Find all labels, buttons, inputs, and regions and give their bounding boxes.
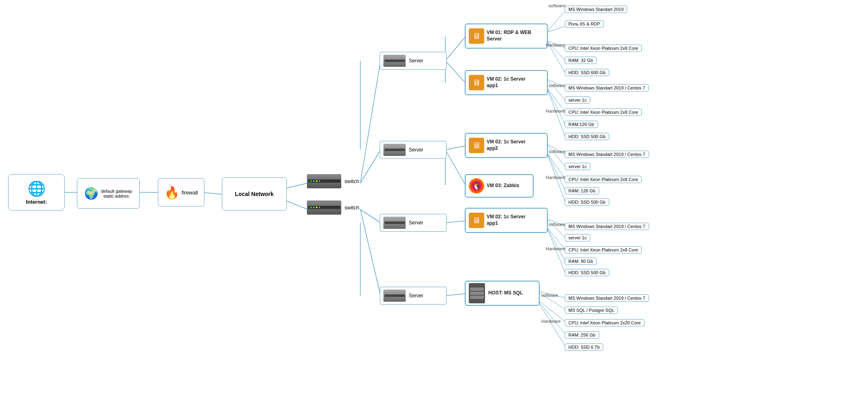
vm02c-software-label: software bbox=[549, 222, 566, 227]
host-sql-box: HOST: MS SQL bbox=[465, 281, 540, 306]
vm02a-icon: 🖥 bbox=[469, 75, 484, 90]
vm02a-hardware-label: Hardware bbox=[546, 109, 565, 113]
vm01-box: 🖥 VM 01: RDP & WEBServer bbox=[465, 23, 548, 49]
svg-line-17 bbox=[445, 221, 466, 223]
vm02a-hw2: RAM:126 Gb bbox=[565, 121, 598, 128]
vm01-software-label: software bbox=[549, 3, 566, 8]
svg-line-35 bbox=[547, 219, 565, 237]
vm02b-hw1: CPU: Intel Xeon Platinum 2x8 Core bbox=[565, 176, 642, 183]
vm02c-label: VM 02: 1c Serverapp1 bbox=[487, 214, 525, 226]
vm02c-icon: 🖥 bbox=[469, 213, 484, 228]
svg-line-15 bbox=[445, 150, 466, 185]
vm01-hw1: CPU: Intel Xeon Platinum 2x8 Core bbox=[565, 45, 642, 52]
server4-icon bbox=[383, 290, 406, 302]
vm03-icon: 🐧 bbox=[469, 178, 484, 194]
gateway-icon: 🌍 bbox=[84, 187, 98, 200]
vm02a-software-label: software bbox=[549, 83, 566, 88]
host-sql-sw1: MS Windows Standart 2019 / Centos 7 bbox=[565, 294, 649, 302]
vm02b-label: VM 02: 1c Serverapp2 bbox=[487, 139, 525, 151]
vm02a-label: VM 02: 1c Serverapp1 bbox=[487, 76, 525, 89]
server1-label: Server bbox=[409, 58, 423, 64]
svg-line-30 bbox=[547, 144, 565, 166]
vm02c-sw1: MS Windows Standart 2019 / Centos 7 bbox=[565, 223, 649, 230]
vm02c-box: 🖥 VM 02: 1c Serverapp1 bbox=[465, 208, 548, 233]
firewall-label: firewall bbox=[182, 190, 198, 196]
vm02a-hw3: HDD: SSD 500 Gb bbox=[565, 133, 609, 140]
vm02c-hw1: CPU: Intel Xeon Platinum 2x8 Core bbox=[565, 246, 642, 254]
svg-line-4 bbox=[285, 200, 308, 209]
server1-node: Server bbox=[380, 52, 447, 70]
server4-node: Server bbox=[380, 287, 447, 305]
vm02c-hw2: RAM: 90 Gb bbox=[565, 258, 597, 265]
svg-line-3 bbox=[285, 183, 308, 188]
vm01-hardware-label: Hardware bbox=[546, 43, 565, 47]
host-sql-hw1: CPU: Intel Xeon Platinum 2x20 Core bbox=[565, 319, 645, 326]
firewall-node: 🔥 firewall bbox=[158, 178, 204, 207]
host-sql-hw3: HDD: SSD 6 Tb bbox=[565, 343, 603, 351]
svg-line-36 bbox=[547, 227, 565, 249]
host-sql-sw2: MS SQL / Postgre SQL bbox=[565, 307, 618, 314]
svg-line-41 bbox=[536, 299, 565, 321]
host-sql-hardware-label: Hardware bbox=[541, 319, 561, 324]
vm01-sw1: MS Windows Standart 2019 bbox=[565, 6, 627, 13]
svg-line-12 bbox=[445, 61, 466, 83]
gateway-label: default gatewaystatic addres: bbox=[101, 189, 132, 198]
vm03-label: VM 03: Zabbix bbox=[487, 183, 519, 189]
svg-line-18 bbox=[445, 294, 466, 296]
server2-node: Server bbox=[380, 141, 447, 159]
host-sql-software-label: software bbox=[541, 293, 558, 298]
switch2-node: switch bbox=[307, 196, 366, 219]
internet-label: Internet: bbox=[26, 199, 47, 205]
vm01-hw3: HDD: SSD 600 Gb bbox=[565, 69, 609, 76]
vm02b-sw2: server 1c bbox=[565, 163, 590, 170]
vm02b-box: 🖥 VM 02: 1c Serverapp2 bbox=[465, 133, 548, 158]
vm02b-icon: 🖥 bbox=[469, 138, 484, 153]
vm03-box: 🐧 VM 03: Zabbix bbox=[465, 174, 534, 198]
svg-line-31 bbox=[547, 152, 565, 178]
svg-line-37 bbox=[547, 227, 565, 260]
svg-line-5 bbox=[360, 61, 381, 183]
server2-label: Server bbox=[409, 147, 423, 153]
vm02a-hw1: CPU: Intel Xeon Platinum 2x8 Core bbox=[565, 109, 642, 116]
switch2-label: switch bbox=[345, 205, 359, 211]
server3-label: Server bbox=[409, 220, 423, 226]
host-sql-hw2: RAM: 256 Gb bbox=[565, 331, 599, 339]
vm02c-hw3: HDD: SSD 500 Gb bbox=[565, 269, 609, 276]
svg-line-25 bbox=[547, 79, 565, 99]
svg-line-32 bbox=[547, 152, 565, 190]
vm01-label: VM 01: RDP & WEBServer bbox=[487, 30, 531, 42]
internet-node: 🌐 Internet: bbox=[8, 174, 65, 211]
server3-icon bbox=[383, 217, 406, 229]
vm01-sw2: Роль IIS & RDP bbox=[565, 20, 604, 28]
internet-icon: 🌐 bbox=[28, 180, 46, 197]
vm02b-hw3: HDD: SSD 500 Gb bbox=[565, 198, 609, 206]
switch1-label: switch bbox=[345, 178, 359, 184]
vm02c-sw2: server 1c bbox=[565, 234, 590, 241]
svg-line-2 bbox=[202, 192, 223, 194]
vm02c-hardware-label: Hardware bbox=[546, 246, 565, 251]
svg-line-26 bbox=[547, 87, 565, 111]
svg-line-8 bbox=[360, 209, 381, 296]
switch1-icon bbox=[307, 174, 341, 188]
vm02b-hw2: RAM: 126 Gb bbox=[565, 187, 599, 194]
host-sql-icon bbox=[469, 283, 485, 303]
gateway-node: 🌍 default gatewaystatic addres: bbox=[77, 178, 140, 209]
vm02a-sw2: server 1c bbox=[565, 96, 590, 104]
vm02a-sw1: MS Windows Standart 2019 / Centos 7 bbox=[565, 84, 649, 92]
svg-line-11 bbox=[445, 36, 466, 61]
switch2-icon bbox=[307, 200, 341, 215]
server1-icon bbox=[383, 55, 406, 67]
server4-label: Server bbox=[409, 293, 423, 298]
vm01-hw2: RAM: 32 Gb bbox=[565, 57, 597, 64]
switch1-node: switch bbox=[307, 169, 366, 193]
vm02b-software-label: software bbox=[549, 149, 566, 154]
localnet-node: Local Network bbox=[222, 177, 287, 211]
firewall-icon: 🔥 bbox=[164, 185, 179, 200]
svg-line-42 bbox=[536, 299, 565, 333]
svg-line-27 bbox=[547, 87, 565, 124]
vm01-icon: 🖥 bbox=[469, 28, 484, 44]
host-sql-label: HOST: MS SQL bbox=[488, 290, 523, 296]
vm02a-box: 🖥 VM 02: 1c Serverapp1 bbox=[465, 70, 548, 95]
vm02b-hardware-label: Hardware bbox=[546, 175, 565, 180]
localnet-label: Local Network bbox=[235, 191, 274, 197]
